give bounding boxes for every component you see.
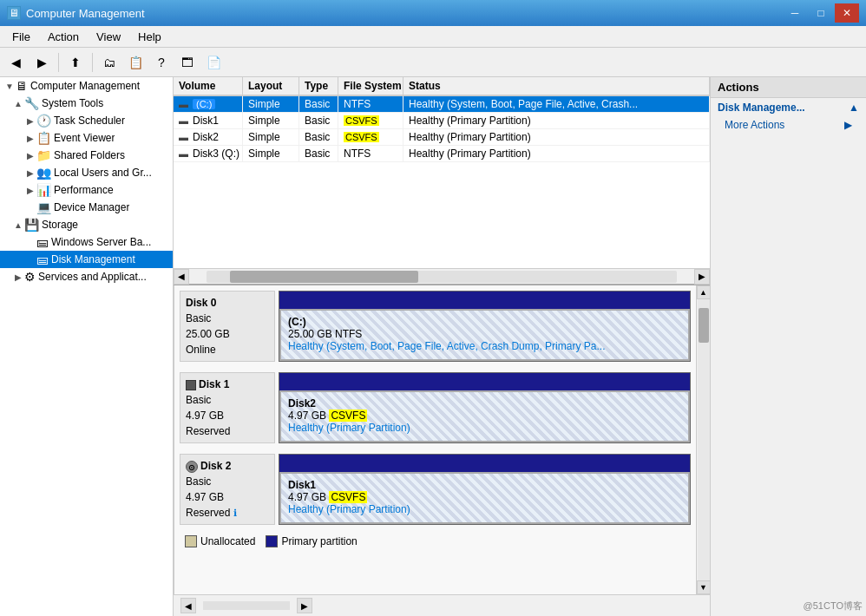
scroll-right-arrow[interactable]: ▶ xyxy=(694,269,710,285)
expand-icon: ▶ xyxy=(24,134,36,143)
minimize-button[interactable]: ─ xyxy=(783,3,807,23)
disk-partition-2-0[interactable]: Disk1 4.97 GB CSVFS Healthy (Primary Par… xyxy=(279,472,690,524)
legend: Unallocated Primary partition xyxy=(180,535,691,547)
tree-item-local-users[interactable]: ▶ 👥 Local Users and Gr... xyxy=(0,164,173,181)
tree-label-local-users: Local Users and Gr... xyxy=(54,167,152,179)
table-header: Volume Layout Type File System Status xyxy=(174,77,710,96)
table-row[interactable]: ▬ Disk2 Simple Basic CSVFS Healthy (Prim… xyxy=(174,129,710,146)
disk-block-1: Disk 1 Basic 4.97 GB Reserved Disk2 4.97… xyxy=(180,372,691,443)
cell-layout: Simple xyxy=(243,146,299,161)
legend-primary: Primary partition xyxy=(266,535,357,547)
expand-icon: ▶ xyxy=(12,272,24,282)
menu-bar: File Action View Help xyxy=(0,26,866,48)
maximize-button[interactable]: □ xyxy=(809,3,833,23)
legend-primary-label: Primary partition xyxy=(281,535,357,547)
more-actions-label: More Actions xyxy=(725,119,784,131)
status-scroll-track[interactable] xyxy=(203,601,290,610)
status-scroll-right[interactable]: ▶ xyxy=(297,598,312,613)
window-controls: ─ □ ✕ xyxy=(783,3,859,23)
tree-panel: ▼ 🖥 Computer Management ▲ 🔧 System Tools… xyxy=(0,77,174,616)
legend-unallocated: Unallocated xyxy=(185,535,255,547)
tree-item-task-scheduler[interactable]: ▶ 🕐 Task Scheduler xyxy=(0,112,173,129)
shared-folders-icon: 📁 xyxy=(36,148,51,162)
more-actions-arrow: ▶ xyxy=(844,119,852,131)
tree-item-disk-management[interactable]: 🖴 Disk Management xyxy=(0,251,173,268)
tree-item-system-tools[interactable]: ▲ 🔧 System Tools xyxy=(0,95,173,112)
new-button[interactable]: 📄 xyxy=(201,50,226,75)
forward-button[interactable]: ▶ xyxy=(30,50,54,75)
show-hide-button[interactable]: 🗂 xyxy=(97,50,121,75)
performance-icon: 📊 xyxy=(36,183,51,197)
table-row[interactable]: ▬ (C:) Simple Basic NTFS Healthy (System… xyxy=(174,96,710,113)
disk-name-1: Disk 1 xyxy=(186,377,269,392)
menu-view[interactable]: View xyxy=(88,26,129,47)
disk-partition-1-0[interactable]: Disk2 4.97 GB CSVFS Healthy (Primary Par… xyxy=(279,390,690,442)
scroll-down-button[interactable]: ▼ xyxy=(697,580,711,594)
disk-partition-container-2: Disk1 4.97 GB CSVFS Healthy (Primary Par… xyxy=(279,454,691,525)
menu-help[interactable]: Help xyxy=(129,26,170,47)
tree-item-computer-mgmt[interactable]: ▼ 🖥 Computer Management xyxy=(0,77,173,95)
col-header-status[interactable]: Status xyxy=(403,77,710,95)
cell-layout: Simple xyxy=(243,113,299,128)
vertical-scrollbar[interactable]: ▲ ▼ xyxy=(696,285,710,594)
tree-item-storage[interactable]: ▲ 💾 Storage xyxy=(0,216,173,233)
disk-icon: ▬ xyxy=(179,99,188,109)
close-button[interactable]: ✕ xyxy=(835,3,859,23)
col-header-type[interactable]: Type xyxy=(299,77,338,95)
tree-label-device-manager: Device Manager xyxy=(54,201,129,213)
scroll-track[interactable] xyxy=(207,271,677,283)
table-row[interactable]: ▬ Disk1 Simple Basic CSVFS Healthy (Prim… xyxy=(174,113,710,129)
actions-section-disk-management[interactable]: Disk Manageme... ▲ xyxy=(711,98,866,117)
properties-button[interactable]: 📋 xyxy=(123,50,148,75)
tree-item-performance[interactable]: ▶ 📊 Performance xyxy=(0,181,173,199)
tree-label-storage: Storage xyxy=(42,219,78,231)
scroll-thumb[interactable] xyxy=(230,271,418,283)
horizontal-scrollbar[interactable]: ◀ ▶ xyxy=(174,268,710,284)
tree-item-services[interactable]: ▶ ⚙ Services and Applicat... xyxy=(0,268,173,285)
cell-volume: ▬ Disk2 xyxy=(174,129,243,145)
scroll-up-button[interactable]: ▲ xyxy=(697,285,711,299)
csvfs-badge: CSVFS xyxy=(329,491,367,503)
scroll-track-vertical[interactable] xyxy=(698,299,710,580)
system-tools-icon: 🔧 xyxy=(24,96,39,110)
status-scroll-left[interactable]: ◀ xyxy=(180,598,196,613)
scroll-thumb-vertical[interactable] xyxy=(699,308,709,343)
back-button[interactable]: ◀ xyxy=(3,50,28,75)
disk-header-bar-0 xyxy=(279,292,690,309)
expand-icon: ▶ xyxy=(24,186,36,195)
actions-title: Actions xyxy=(711,77,866,98)
disk-partition-0-0[interactable]: (C:) 25.00 GB NTFS Healthy (System, Boot… xyxy=(279,309,690,361)
menu-action[interactable]: Action xyxy=(39,26,88,47)
title-bar: 🖥 Computer Management ─ □ ✕ xyxy=(0,0,866,26)
table-row[interactable]: ▬ Disk3 (Q:) Simple Basic NTFS Healthy (… xyxy=(174,146,710,162)
actions-item-more-actions[interactable]: More Actions ▶ xyxy=(711,117,866,133)
help-button[interactable]: ? xyxy=(149,50,174,75)
tree-label-event-viewer: Event Viewer xyxy=(54,132,115,144)
col-header-filesystem[interactable]: File System xyxy=(338,77,403,95)
tree-item-event-viewer[interactable]: ▶ 📋 Event Viewer xyxy=(0,129,173,147)
tree-item-windows-server-backup[interactable]: 🖴 Windows Server Ba... xyxy=(0,233,173,251)
partition-status: Healthy (Primary Partition) xyxy=(288,503,681,515)
col-header-layout[interactable]: Layout xyxy=(243,77,299,95)
cell-status: Healthy (Primary Partition) xyxy=(403,146,710,161)
toolbar: ◀ ▶ ⬆ 🗂 📋 ? 🗔 📄 xyxy=(0,48,866,77)
app-icon: 🖥 xyxy=(7,6,21,20)
up-button[interactable]: ⬆ xyxy=(63,50,88,75)
disk-icon: ▬ xyxy=(179,132,188,142)
storage-icon: 💾 xyxy=(24,218,39,232)
col-header-volume[interactable]: Volume xyxy=(174,77,243,95)
scroll-left-arrow[interactable]: ◀ xyxy=(174,269,189,285)
disk-visual-panel: Disk 0 Basic 25.00 GB Online (C:) 25.00 … xyxy=(174,285,696,594)
tree-item-shared-folders[interactable]: ▶ 📁 Shared Folders xyxy=(0,147,173,164)
export-button[interactable]: 🗔 xyxy=(175,50,200,75)
expand-icon: ▼ xyxy=(3,82,16,91)
menu-file[interactable]: File xyxy=(3,26,39,47)
disk-status-1: Reserved xyxy=(186,423,269,439)
actions-section-label: Disk Manageme... xyxy=(718,102,805,114)
tree-item-device-manager[interactable]: 💻 Device Manager xyxy=(0,199,173,216)
partition-size: 4.97 GB CSVFS xyxy=(288,410,681,422)
window-title: Computer Management xyxy=(26,7,145,20)
disk-status-0: Online xyxy=(186,342,269,357)
windows-server-icon: 🖴 xyxy=(36,235,49,249)
expand-icon: ▶ xyxy=(24,168,36,178)
